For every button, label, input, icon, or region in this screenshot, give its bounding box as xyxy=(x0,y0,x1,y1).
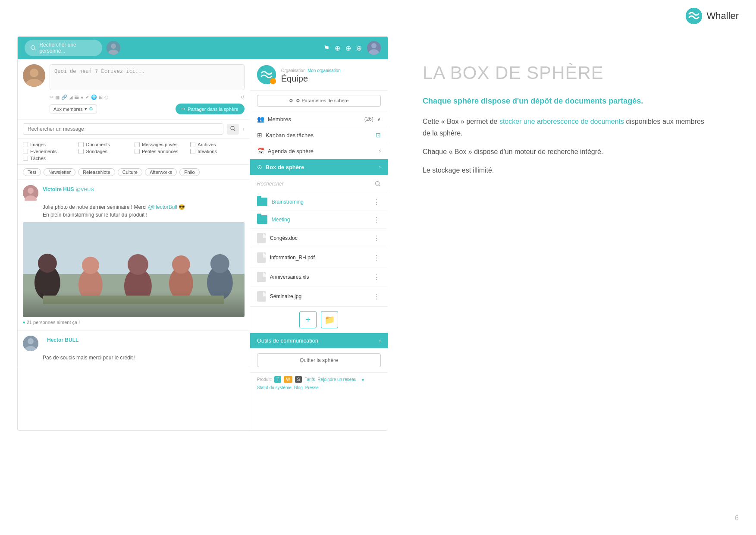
feed-search-input[interactable] xyxy=(23,123,223,135)
sphere-section-kanban: ⊞ Kanban des tâches ⊡ xyxy=(250,127,388,143)
quit-sphere-button[interactable]: Quitter la sphère xyxy=(257,353,381,367)
search-person-box[interactable]: Rechercher une personne... xyxy=(25,40,102,56)
footer-tarifs[interactable]: Tarifs xyxy=(304,377,315,382)
post-1-header: Victoire HUS @VHUS xyxy=(23,185,245,201)
whaller-logo-icon xyxy=(686,8,702,24)
svg-point-1 xyxy=(686,8,702,24)
filter-classifieds[interactable]: Petites annonces xyxy=(135,149,188,154)
panel-body-2: Chaque « Box » dispose d'un moteur de re… xyxy=(423,146,713,157)
agenda-title: Agenda de sphère xyxy=(268,148,376,154)
feed-search-button[interactable] xyxy=(227,124,239,135)
filter-checkbox-archives[interactable] xyxy=(190,142,195,147)
box-item-conges[interactable]: Congés.doc ⋮ xyxy=(250,229,388,248)
user-avatar xyxy=(367,41,381,55)
post-1-mention: @HectorBull xyxy=(148,204,177,210)
logo-area: Whaller xyxy=(686,8,739,24)
box-item-dots-brainstroming[interactable]: ⋮ xyxy=(373,198,381,206)
box-actions: + 📁 xyxy=(250,306,388,333)
share-button[interactable]: ↪ Partager dans la sphère xyxy=(176,104,244,114)
sphere-membres-header[interactable]: 👥 Membres (26) ∨ xyxy=(250,111,388,127)
filter-checkbox-tasks[interactable] xyxy=(23,156,28,161)
agenda-icon: 📅 xyxy=(257,148,264,154)
tag-philo[interactable]: Philo xyxy=(179,168,199,176)
top-bar: Whaller xyxy=(0,0,756,32)
post-2-avatar xyxy=(23,336,38,351)
svg-point-5 xyxy=(111,44,116,49)
box-item-name-anniversaires: Anniversaires.xls xyxy=(270,274,373,280)
tag-culture[interactable]: Culture xyxy=(118,168,142,176)
footer-rejoindre[interactable]: Rejoindre un réseau xyxy=(317,377,356,382)
tag-releasenote[interactable]: ReleaseNote xyxy=(78,168,115,176)
filter-private[interactable]: Messages privés xyxy=(135,142,188,147)
box-item-info-rh[interactable]: Information_RH.pdf ⋮ xyxy=(250,248,388,268)
feed-column: Quoi de neuf ? Écrivez ici... ✂ ▦ 🔗 ◢ 🏔 … xyxy=(18,59,250,430)
filter-images[interactable]: Images xyxy=(23,142,77,147)
filter-archives[interactable]: Archivés xyxy=(190,142,244,147)
filter-checkbox-documents[interactable] xyxy=(78,142,84,147)
panel-subtitle: Chaque sphère dispose d'un dépôt de docu… xyxy=(423,96,713,107)
composer-input[interactable]: Quoi de neuf ? Écrivez ici... xyxy=(50,64,245,90)
sphere-params-button[interactable]: ⚙ ⚙ Paramètres de sphère xyxy=(257,95,381,107)
box-item-dots-anniversaires[interactable]: ⋮ xyxy=(373,273,381,281)
svg-point-32 xyxy=(28,338,34,344)
post-2-author: Hector BULL xyxy=(47,337,78,343)
footer-presse[interactable]: Presse xyxy=(305,385,319,390)
sphere-section-agenda: 📅 Agenda de sphère › xyxy=(250,143,388,159)
file-icon-info-rh xyxy=(257,252,266,263)
box-search-placeholder: Rechercher xyxy=(257,181,284,187)
filter-checkbox-classifieds[interactable] xyxy=(135,149,140,154)
main-content: Rechercher une personne... ⚑ ⊕ ⊕ ⊕ xyxy=(0,32,756,448)
filter-checkbox-ideations[interactable] xyxy=(190,149,195,154)
tag-afterworks[interactable]: Afterworks xyxy=(145,168,177,176)
flag-icon: ⚑ xyxy=(323,44,329,52)
svg-line-36 xyxy=(379,185,380,186)
agenda-arrow: › xyxy=(379,148,381,154)
footer-statut[interactable]: Statut du système xyxy=(257,385,292,390)
filter-tasks[interactable]: Tâches xyxy=(23,156,77,161)
post-1-likes: ♥ 21 personnes aiment ça ! xyxy=(23,320,245,325)
box-item-brainstroming[interactable]: Brainstroming ⋮ xyxy=(250,193,388,211)
filter-checkbox-images[interactable] xyxy=(23,142,28,147)
page-number: 6 xyxy=(735,514,739,522)
share-icon: ↪ xyxy=(182,106,185,112)
sphere-title-area: Organisation Mon organisation Équipe xyxy=(281,66,381,84)
box-item-dots-info-rh[interactable]: ⋮ xyxy=(373,254,381,262)
filter-label-classifieds: Petites annonces xyxy=(142,149,178,154)
sphere-kanban-header[interactable]: ⊞ Kanban des tâches ⊡ xyxy=(250,127,388,143)
filter-checkbox-surveys[interactable] xyxy=(78,149,84,154)
body1-pre: Cette « Box » permet de xyxy=(423,118,499,125)
search-person-text: Rechercher une personne... xyxy=(39,42,96,54)
box-item-dots-seminaire[interactable]: ⋮ xyxy=(373,293,381,301)
filter-label-ideations: Idéations xyxy=(198,149,217,154)
add-folder-button[interactable]: 📁 xyxy=(321,311,338,328)
share-label: Partager dans la sphère xyxy=(188,107,238,112)
post-likes-text: 21 personnes aiment ça ! xyxy=(27,320,80,325)
box-search-icon xyxy=(375,181,381,187)
add-file-button[interactable]: + xyxy=(299,311,317,328)
membres-count: (26) xyxy=(364,116,373,122)
audience-selector[interactable]: Aux membres ▾ ⚙ xyxy=(50,104,97,113)
filter-checkbox-private[interactable] xyxy=(135,142,140,147)
filter-events[interactable]: Evénements xyxy=(23,149,77,154)
filter-documents[interactable]: Documents xyxy=(78,142,132,147)
sphere-comms-header[interactable]: Outils de communication › xyxy=(250,333,388,348)
filter-surveys[interactable]: Sondages xyxy=(78,149,132,154)
box-item-anniversaires[interactable]: Anniversaires.xls ⋮ xyxy=(250,268,388,287)
audience-label: Aux membres xyxy=(53,107,83,112)
box-search: Rechercher xyxy=(250,175,388,193)
tag-newsletter[interactable]: Newsletter xyxy=(44,168,75,176)
search-icon xyxy=(230,126,235,131)
box-item-seminaire[interactable]: Séminaire.jpg ⋮ xyxy=(250,287,388,306)
sphere-org-name: Mon organisation xyxy=(307,68,341,73)
footer-icon1: T xyxy=(274,376,281,383)
sphere-agenda-header[interactable]: 📅 Agenda de sphère › xyxy=(250,143,388,159)
box-item-dots-meeting[interactable]: ⋮ xyxy=(373,216,381,224)
filter-checkbox-events[interactable] xyxy=(23,149,28,154)
filter-ideations[interactable]: Idéations xyxy=(190,149,244,154)
tag-test[interactable]: Test xyxy=(23,168,41,176)
box-item-dots-conges[interactable]: ⋮ xyxy=(373,234,381,242)
sphere-box-header[interactable]: ⊙ Box de sphère › xyxy=(250,159,388,175)
feed-nav-arrow[interactable]: › xyxy=(242,126,245,132)
box-item-meeting[interactable]: Meeting ⋮ xyxy=(250,211,388,229)
footer-blog[interactable]: Blog xyxy=(294,385,303,390)
